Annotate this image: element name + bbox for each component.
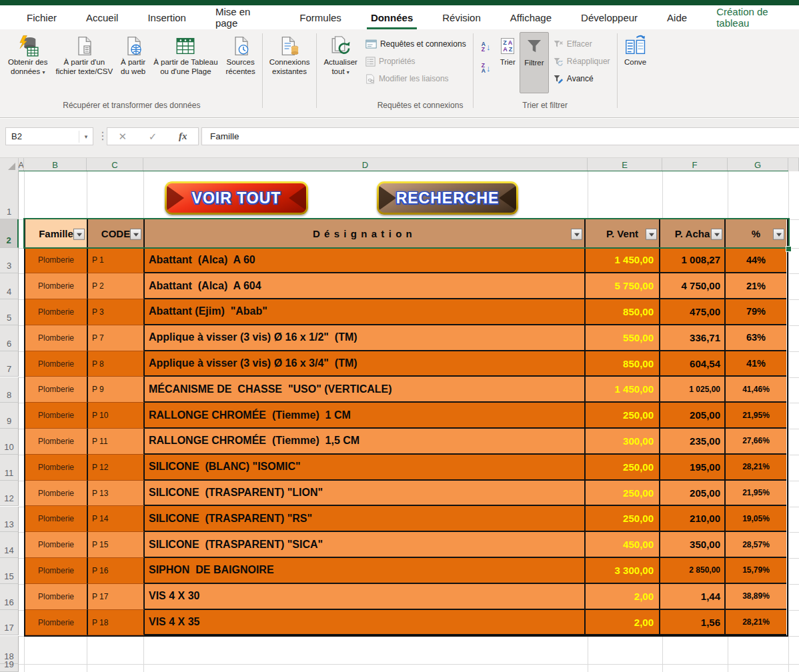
row-header-7[interactable]: 7 [0,351,19,377]
cell-code[interactable]: P 12 [88,455,145,481]
cell-achat[interactable]: 235,00 [660,429,726,455]
cell-vente[interactable]: 250,00 [586,455,660,481]
cell-achat[interactable]: 475,00 [660,299,726,325]
row-header-12[interactable]: 12 [0,481,19,507]
cell-designation[interactable]: SILICONE (TRASPARENT) "LION" [145,481,586,507]
edit-links-button[interactable]: Modifier les liaisons [361,71,470,87]
cell-achat[interactable]: 1 025,00 [660,377,726,403]
cell-pct[interactable]: 38,89% [726,584,786,610]
clear-filter-button[interactable]: Effacer [549,36,614,52]
row-header-5[interactable]: 5 [0,299,19,325]
enter-icon[interactable]: ✓ [149,131,157,143]
cell-code[interactable]: P 11 [88,429,145,455]
fill-handle[interactable] [786,246,792,252]
row-header-19[interactable]: 19 [0,664,19,672]
cell-code[interactable]: P 7 [88,325,145,351]
cell-achat[interactable]: 205,00 [660,481,726,507]
cell-vente[interactable]: 300,00 [586,429,660,455]
cell-achat[interactable]: 1,56 [660,610,726,636]
advanced-filter-button[interactable]: Avancé [549,71,614,87]
tab-insertion[interactable]: Insertion [133,5,201,29]
header-prix-achat[interactable]: P. Acha [660,219,726,248]
cell-achat[interactable]: 2 850,00 [660,558,726,584]
cell-designation[interactable]: SILICONE (TRASPARENT) "SICA" [145,532,586,558]
cell-pct[interactable]: 63% [726,325,786,351]
filter-button-designation[interactable] [571,229,582,240]
cell-vente[interactable]: 850,00 [586,351,660,377]
cell-code[interactable]: P 8 [88,351,145,377]
insert-function-icon[interactable]: fx [179,131,187,142]
row-header-16[interactable]: 16 [0,584,19,610]
cell-famille[interactable]: Plomberie [25,584,88,610]
cell-pct[interactable]: 21% [726,273,786,299]
row-header-2[interactable]: 2 [0,219,19,248]
row-header-4[interactable]: 4 [0,273,19,299]
tab-accueil[interactable]: Accueil [71,5,133,29]
cell-designation[interactable]: MÉCANISME DE CHASSE "USO" (VERTICALE) [145,377,586,403]
cell-pct[interactable]: 28,57% [726,532,786,558]
header-pourcentage[interactable]: % [726,219,786,248]
cell-code[interactable]: P 18 [88,610,145,636]
cell-famille[interactable]: Plomberie [25,403,88,429]
tab-creation-de-tableau[interactable]: Création de tableau [702,5,799,29]
row-header-6[interactable]: 6 [0,325,19,351]
name-box-dropdown-icon[interactable]: ▾ [79,133,93,140]
cell-pct[interactable]: 19,05% [726,506,786,532]
from-text-csv-button[interactable]: À partir d'un fichier texte/CSV [51,32,117,93]
filter-toggle-button[interactable]: Filtrer [520,32,549,93]
cell-code[interactable]: P 1 [88,248,145,274]
cell-designation[interactable]: Abattant (Ejim) "Abab" [145,299,586,325]
row-header-1[interactable]: 1 [0,171,19,219]
from-web-button[interactable]: À partir du web [117,32,149,93]
filter-button-code[interactable] [130,229,141,240]
cell-famille[interactable]: Plomberie [25,481,88,507]
tab-formules[interactable]: Formules [285,5,356,29]
cell-designation[interactable]: VIS 4 X 35 [145,610,586,636]
cell-famille[interactable]: Plomberie [25,273,88,299]
cell-famille[interactable]: Plomberie [25,610,88,636]
header-designation[interactable]: Désignation [145,219,586,248]
cell-designation[interactable]: Abattant (Alca) A 60 [145,248,586,274]
row-header-8[interactable]: 8 [0,377,19,403]
cell-achat[interactable]: 210,00 [660,506,726,532]
cell-code[interactable]: P 10 [88,403,145,429]
cell-pct[interactable]: 28,21% [726,610,786,636]
select-all-corner[interactable] [0,158,19,172]
cell-vente[interactable]: 250,00 [586,506,660,532]
cell-vente[interactable]: 2,00 [586,610,660,636]
tab-donnees[interactable]: Données [356,5,428,29]
cell-achat[interactable]: 1,44 [660,584,726,610]
tab-mise-en-page[interactable]: Mise en page [201,5,285,29]
cell-famille[interactable]: Plomberie [25,248,88,274]
from-table-range-button[interactable]: À partir de Tableau ou d'une Plage [149,32,221,93]
cell-pct[interactable]: 44% [726,248,786,274]
sort-ascending-button[interactable]: AZ↓ [478,39,495,55]
cell-achat[interactable]: 205,00 [660,403,726,429]
cell-vente[interactable]: 5 750,00 [586,273,660,299]
cell-designation[interactable]: Abattant (Alca) A 604 [145,273,586,299]
cell-code[interactable]: P 2 [88,273,145,299]
cell-famille[interactable]: Plomberie [25,455,88,481]
filter-button-prix-achat[interactable] [711,229,722,240]
cell-designation[interactable]: SILICONE (TRASPARENT) "RS" [145,506,586,532]
cell-achat[interactable]: 1 008,27 [660,248,726,274]
cell-vente[interactable]: 450,00 [586,532,660,558]
cell-pct[interactable]: 79% [726,299,786,325]
row-header-3[interactable]: 3 [0,248,19,274]
cell-achat[interactable]: 195,00 [660,455,726,481]
cell-pct[interactable]: 28,21% [726,455,786,481]
formula-input[interactable]: Famille [201,127,799,145]
cell-designation[interactable]: SIPHON DE BAIGNOIRE [145,558,586,584]
tab-affichage[interactable]: Affichage [496,5,566,29]
existing-connections-button[interactable]: Connexions existantes [265,32,314,93]
cell-designation[interactable]: Applique à visser (3 vis) Ø 16 x 3/4" (T… [145,351,586,377]
row-header-10[interactable]: 10 [0,429,19,455]
cell-designation[interactable]: SILICONE (BLANC) "ISOMIC" [145,455,586,481]
refresh-all-button[interactable]: Actualiser tout ▾ [319,32,361,93]
header-code[interactable]: CODE [88,219,145,248]
cell-famille[interactable]: Plomberie [25,429,88,455]
filter-button-famille[interactable] [73,229,85,240]
tab-aide[interactable]: Aide [652,5,702,29]
cell-famille[interactable]: Plomberie [25,558,88,584]
text-to-columns-button[interactable]: Conve [620,32,651,93]
